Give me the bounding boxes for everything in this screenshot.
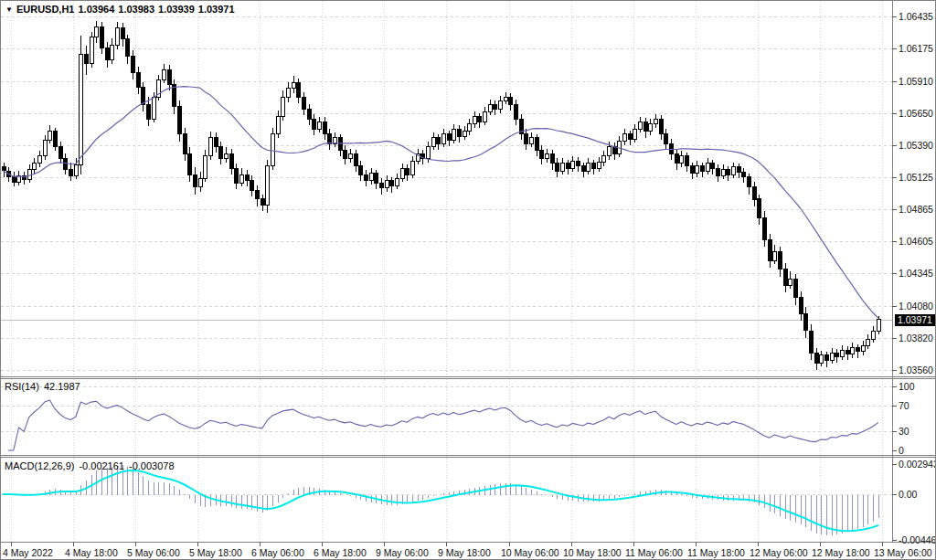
candle-bullish bbox=[209, 138, 213, 156]
candle-bullish bbox=[266, 166, 270, 206]
candle-bearish bbox=[494, 104, 497, 109]
rsi-axis-label: 70 bbox=[899, 400, 936, 411]
candle-bearish bbox=[235, 168, 239, 183]
time-axis-label: 4 May 18:00 bbox=[65, 547, 118, 558]
candle-bullish bbox=[722, 170, 726, 176]
price-axis-label: 1.05650 bbox=[899, 108, 936, 119]
candle-bearish bbox=[582, 166, 586, 171]
candle-bearish bbox=[137, 72, 141, 87]
candle-bullish bbox=[602, 156, 606, 163]
rsi-indicator-label: RSI(14)42.1987 bbox=[5, 381, 85, 392]
candle-bullish bbox=[831, 353, 835, 360]
candle-bullish bbox=[277, 117, 281, 134]
candle-bullish bbox=[546, 153, 549, 158]
candle-bullish bbox=[851, 348, 855, 354]
time-axis-label: 11 May 18:00 bbox=[687, 547, 745, 558]
candle-bullish bbox=[44, 140, 48, 156]
candle-bearish bbox=[670, 143, 674, 153]
price-axis-label: 1.05390 bbox=[899, 140, 936, 151]
price-axis-label: 1.05125 bbox=[899, 172, 936, 183]
candle-bearish bbox=[147, 104, 151, 119]
candle-bearish bbox=[846, 351, 850, 354]
time-axis-label: 13 May 06:00 bbox=[874, 547, 932, 558]
candle-bullish bbox=[287, 89, 291, 97]
candle-bearish bbox=[365, 174, 368, 181]
candle-bearish bbox=[85, 54, 89, 64]
macd-signal-value: -0.003078 bbox=[129, 460, 175, 471]
rsi-axis-label: 100 bbox=[899, 381, 936, 392]
ohlc-close: 1.03971 bbox=[198, 4, 235, 15]
candle-bullish bbox=[773, 252, 777, 260]
trading-chart-window: ▼EURUSD,H11.039641.039831.039391.03971 R… bbox=[0, 0, 936, 560]
candle-bearish bbox=[769, 239, 772, 260]
candle-bearish bbox=[515, 104, 518, 119]
chart-canvas[interactable] bbox=[1, 1, 936, 560]
chevron-down-icon[interactable]: ▼ bbox=[5, 5, 13, 14]
candle-bearish bbox=[458, 129, 462, 136]
candle-bullish bbox=[318, 122, 322, 129]
candle-bullish bbox=[225, 153, 229, 158]
candle-bullish bbox=[561, 164, 565, 171]
candle-bullish bbox=[163, 70, 166, 80]
candle-bearish bbox=[748, 177, 751, 187]
candle-bullish bbox=[349, 153, 353, 158]
time-axis-label: 5 May 18:00 bbox=[189, 547, 242, 558]
candle-bearish bbox=[328, 134, 332, 144]
macd-signal-line bbox=[4, 470, 878, 531]
candle-bearish bbox=[168, 70, 172, 85]
rsi-line bbox=[8, 400, 878, 450]
ohlc-open: 1.03964 bbox=[79, 4, 115, 15]
candle-bearish bbox=[665, 134, 668, 144]
candle-bullish bbox=[473, 117, 477, 124]
candle-bullish bbox=[649, 124, 653, 132]
candle-bearish bbox=[567, 164, 570, 168]
candle-bearish bbox=[779, 252, 782, 269]
candle-bullish bbox=[48, 132, 52, 140]
candle-bearish bbox=[448, 134, 452, 141]
candle-bearish bbox=[727, 170, 730, 174]
price-axis-label: 1.04865 bbox=[899, 204, 936, 215]
candle-bearish bbox=[644, 122, 648, 132]
candle-bullish bbox=[452, 129, 456, 140]
candle-bullish bbox=[240, 174, 244, 183]
candle-bearish bbox=[660, 119, 664, 133]
price-axis-label: 1.04345 bbox=[899, 268, 936, 279]
candle-bearish bbox=[675, 153, 679, 164]
candle-bearish bbox=[69, 170, 73, 176]
macd-main-value: -0.002161 bbox=[79, 460, 124, 471]
candle-bearish bbox=[556, 164, 559, 171]
candle-bullish bbox=[732, 167, 736, 174]
candle-bearish bbox=[64, 159, 68, 170]
macd-axis-label: -0.004463 bbox=[899, 534, 936, 545]
candle-bearish bbox=[835, 353, 839, 356]
price-axis-label: 1.03560 bbox=[899, 365, 936, 375]
price-axis-label: 1.04080 bbox=[899, 301, 936, 312]
candle-bearish bbox=[753, 187, 757, 200]
time-axis-label: 10 May 18:00 bbox=[563, 547, 622, 558]
candle-bullish bbox=[468, 124, 472, 132]
candle-bullish bbox=[401, 168, 405, 178]
candle-bearish bbox=[691, 166, 695, 174]
candle-bullish bbox=[484, 111, 487, 122]
candle-bullish bbox=[38, 156, 42, 164]
candle-bearish bbox=[3, 167, 6, 171]
candle-bullish bbox=[427, 146, 431, 159]
current-price-tag: 1.03971 bbox=[895, 314, 936, 326]
candle-bullish bbox=[199, 178, 203, 186]
time-axis-label: 11 May 06:00 bbox=[625, 547, 683, 558]
time-axis-label: 12 May 18:00 bbox=[812, 547, 870, 558]
candle-bearish bbox=[380, 183, 384, 187]
moving-average-line bbox=[4, 87, 878, 318]
candle-bearish bbox=[800, 298, 803, 314]
candle-bullish bbox=[370, 174, 374, 181]
candle-bullish bbox=[90, 37, 94, 64]
candle-bullish bbox=[75, 164, 79, 175]
candle-bearish bbox=[551, 153, 555, 164]
candle-bearish bbox=[711, 164, 715, 168]
candle-bullish bbox=[872, 331, 876, 339]
candle-bearish bbox=[132, 57, 135, 73]
candle-bearish bbox=[344, 150, 347, 158]
candle-bearish bbox=[540, 150, 544, 158]
candle-bullish bbox=[499, 100, 503, 109]
rsi-axis-label: 30 bbox=[899, 426, 936, 437]
